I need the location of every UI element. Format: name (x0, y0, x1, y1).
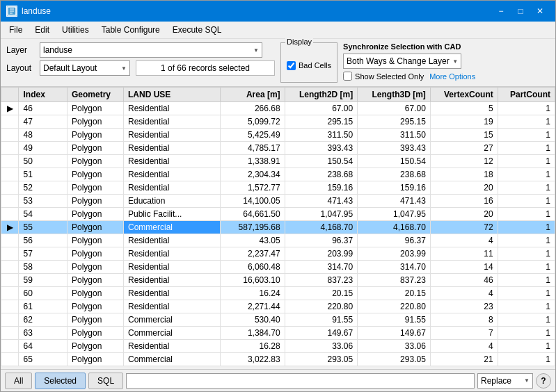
col-header-land-use: LAND USE (124, 88, 221, 102)
show-selected-checkbox[interactable] (343, 72, 352, 81)
table-row[interactable]: 62PolygonCommercial530.4091.5591.5581 (1, 313, 555, 327)
table-row[interactable]: 47PolygonResidential5,099.72295.15295.15… (1, 115, 555, 129)
table-row[interactable]: 56PolygonResidential43.0596.3796.3741 (1, 234, 555, 247)
col-header-index: Index (19, 88, 67, 102)
records-info: 1 of 66 records selected (136, 60, 275, 76)
layer-row: Layer landuse ▼ (6, 42, 275, 58)
data-table: Index Geometry LAND USE Area [m] Length2… (1, 87, 555, 366)
title-bar-left: landuse (6, 6, 51, 17)
replace-combo-value: Replace (481, 376, 511, 386)
table-body: ▶46PolygonResidential266.6867.0067.00514… (1, 102, 555, 366)
col-header-geometry: Geometry (67, 88, 123, 102)
layer-combo[interactable]: landuse ▼ (40, 42, 262, 58)
layer-label: Layer (6, 45, 34, 55)
selected-button[interactable]: Selected (35, 373, 86, 389)
search-input[interactable] (126, 373, 475, 389)
menu-edit[interactable]: Edit (29, 23, 55, 37)
col-indicator (1, 88, 19, 102)
bad-cells-row: Bad Cells (287, 61, 331, 70)
table-row[interactable]: 63PolygonCommercial1,384.70149.67149.677… (1, 327, 555, 340)
col-header-partcount: PartCount (498, 88, 555, 102)
toolbar: Layer landuse ▼ Layout Default Layout ▼ … (1, 39, 555, 86)
col-header-length2d: Length2D [m] (285, 88, 358, 102)
sql-button[interactable]: SQL (88, 373, 123, 389)
show-selected-label: Show Selected Only (355, 72, 424, 81)
table-row[interactable]: 58PolygonResidential6,060.48314.70314.70… (1, 261, 555, 274)
more-options-link[interactable]: More Options (429, 72, 475, 81)
all-button[interactable]: All (5, 373, 32, 389)
col-header-vertexcount: VertexCount (430, 88, 498, 102)
maximize-button[interactable]: □ (511, 3, 530, 19)
sync-combo-value: Both Ways & Change Layer (347, 56, 450, 66)
table-row[interactable]: 57PolygonResidential2,237.47203.99203.99… (1, 247, 555, 261)
sync-combo[interactable]: Both Ways & Change Layer ▼ (343, 54, 461, 69)
close-button[interactable]: ✕ (530, 3, 550, 19)
table-container: Index Geometry LAND USE Area [m] Length2… (1, 86, 555, 369)
table-row[interactable]: 51PolygonResidential2,304.34238.68238.68… (1, 168, 555, 181)
layout-row: Layout Default Layout ▼ 1 of 66 records … (6, 60, 275, 76)
table-row[interactable]: 60PolygonResidential16.2420.1520.1541 (1, 287, 555, 300)
help-button[interactable]: ? (536, 373, 551, 389)
title-bar: landuse − □ ✕ (1, 1, 555, 22)
layout-combo[interactable]: Default Layout ▼ (40, 60, 130, 76)
table-row[interactable]: 59PolygonResidential16,603.10837.23837.2… (1, 274, 555, 287)
toolbar-left: Layer landuse ▼ Layout Default Layout ▼ … (6, 42, 275, 76)
display-group-title: Display (285, 38, 313, 46)
sync-group: Synchronize Selection with CAD Both Ways… (343, 42, 475, 81)
bad-cells-checkbox[interactable] (287, 61, 296, 70)
table-row[interactable]: 65PolygonCommercial3,022.83293.05293.052… (1, 353, 555, 366)
sync-bottom-row: Show Selected Only More Options (343, 72, 475, 81)
table-row[interactable]: 54PolygonPublic Facilit...64,661.501,047… (1, 208, 555, 221)
main-window: landuse − □ ✕ File Edit Utilities Table … (0, 0, 556, 392)
bottom-bar: All Selected SQL Replace ▼ ? (1, 369, 555, 391)
col-header-area: Area [m] (220, 88, 285, 102)
menubar: File Edit Utilities Table Configure Exec… (1, 22, 555, 39)
table-row[interactable]: ▶46PolygonResidential266.6867.0067.0051 (1, 102, 555, 115)
layer-combo-value: landuse (43, 45, 72, 55)
display-group: Display Bad Cells (280, 42, 337, 83)
table-row[interactable]: 49PolygonResidential4,785.17393.43393.43… (1, 142, 555, 155)
table-row[interactable]: ▶55PolygonCommercial587,195.684,168.704,… (1, 221, 555, 234)
menu-table-configure[interactable]: Table Configure (96, 23, 166, 37)
table-row[interactable]: 50PolygonResidential1,338.91150.54150.54… (1, 155, 555, 168)
table-row[interactable]: 61PolygonResidential2,271.44220.80220.80… (1, 300, 555, 313)
show-selected-row: Show Selected Only (343, 72, 424, 81)
layout-combo-arrow: ▼ (121, 65, 127, 72)
col-header-length3d: Length3D [m] (358, 88, 431, 102)
replace-combo[interactable]: Replace ▼ (477, 373, 533, 389)
table-header-row: Index Geometry LAND USE Area [m] Length2… (1, 88, 555, 102)
window-controls: − □ ✕ (491, 3, 550, 19)
layout-combo-value: Default Layout (43, 63, 97, 73)
menu-execute-sql[interactable]: Execute SQL (167, 23, 228, 37)
table-row[interactable]: 52PolygonResidential1,572.77159.16159.16… (1, 181, 555, 195)
table-row[interactable]: 48PolygonResidential5,425.49311.50311.50… (1, 129, 555, 142)
layout-label: Layout (6, 63, 34, 73)
replace-combo-arrow: ▼ (524, 377, 530, 384)
sync-combo-arrow: ▼ (452, 58, 458, 65)
minimize-button[interactable]: − (491, 3, 511, 19)
layer-combo-arrow: ▼ (253, 47, 259, 54)
app-icon (6, 6, 17, 17)
table-row[interactable]: 53PolygonEducation14,100.05471.43471.431… (1, 195, 555, 208)
table-row[interactable]: 64PolygonResidential16.2833.0633.0641 (1, 340, 555, 353)
sync-title: Synchronize Selection with CAD (343, 42, 475, 51)
window-title: landuse (22, 6, 51, 16)
table-scroll[interactable]: Index Geometry LAND USE Area [m] Length2… (1, 87, 555, 369)
bad-cells-label: Bad Cells (299, 61, 331, 70)
menu-utilities[interactable]: Utilities (56, 23, 95, 37)
menu-file[interactable]: File (3, 23, 28, 37)
